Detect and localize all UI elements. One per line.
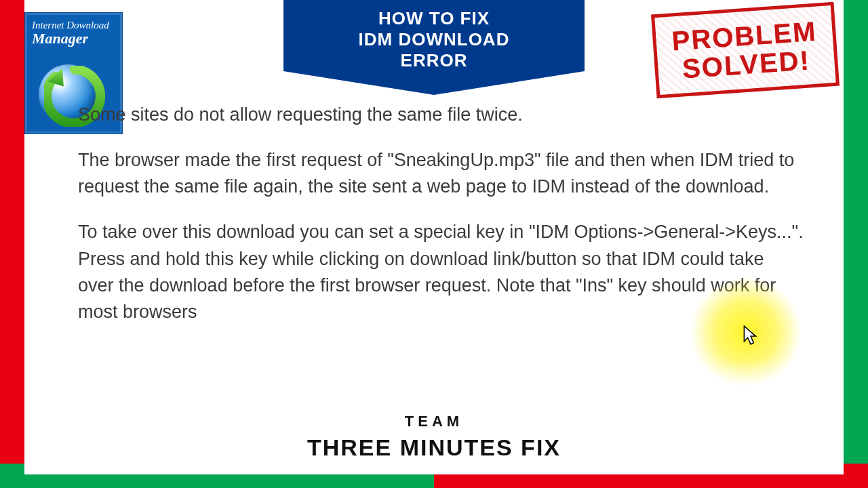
bottom-right-bar bbox=[434, 464, 868, 488]
team-credit: TEAM THREE MINUTES FIX bbox=[0, 413, 868, 461]
team-line1: TEAM bbox=[0, 413, 868, 430]
error-message-body: Some sites do not allow requesting the s… bbox=[78, 102, 804, 344]
message-p3: To take over this download you can set a… bbox=[78, 219, 804, 325]
banner-line1: HOW TO FIX bbox=[290, 8, 578, 29]
banner-line2: IDM DOWNLOAD bbox=[290, 29, 578, 50]
message-p2: The browser made the first request of "S… bbox=[78, 147, 804, 200]
idm-box-line2: Manager bbox=[32, 31, 115, 46]
bottom-left-bar bbox=[0, 464, 434, 488]
team-line2: THREE MINUTES FIX bbox=[0, 434, 868, 461]
title-banner: HOW TO FIX IDM DOWNLOAD ERROR bbox=[283, 0, 585, 95]
problem-solved-stamp: PROBLEM SOLVED! bbox=[651, 2, 840, 99]
message-p1: Some sites do not allow requesting the s… bbox=[78, 102, 804, 128]
banner-line3: ERROR bbox=[290, 50, 578, 71]
